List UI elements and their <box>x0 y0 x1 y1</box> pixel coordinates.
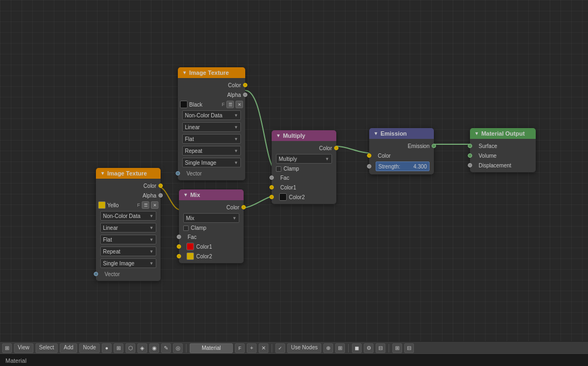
toolbar-globe-icon[interactable]: ◎ <box>173 343 183 353</box>
toolbar-extra-icon[interactable]: ⊞ <box>392 343 402 353</box>
node-title-img-texture-bot: Image Texture <box>107 170 147 177</box>
toolbar-mode-icon[interactable]: ⊞ <box>2 343 12 353</box>
socket-color-out-top[interactable] <box>243 83 247 87</box>
toolbar-shield-icon[interactable]: ◈ <box>137 343 147 353</box>
input-surface: Surface <box>470 141 536 151</box>
socket-color1-in-multiply[interactable] <box>269 185 274 189</box>
output-emission: Emission <box>369 141 434 151</box>
image-selector-top[interactable]: Black F ☰ ✕ <box>178 100 245 109</box>
dropdown-colorspace-bot[interactable]: Non-Color Data ▼ <box>96 210 161 222</box>
dropdown-source-top[interactable]: Single Image ▼ <box>178 157 245 168</box>
image-remove-btn-bot[interactable]: ✕ <box>151 201 158 209</box>
node-header-emission[interactable]: ▼ Emission <box>369 128 434 139</box>
toolbar-settings-icon[interactable]: ⚙ <box>364 343 373 353</box>
image-remove-btn-top[interactable]: ✕ <box>236 101 243 108</box>
strength-field-emission[interactable]: Strength: 4.300 <box>376 161 430 171</box>
socket-strength-in-emission[interactable] <box>367 164 371 168</box>
toolbar-view-btn[interactable]: View <box>14 343 33 353</box>
toolbar-paint-icon[interactable]: ✎ <box>161 343 171 353</box>
toolbar-sphere-icon[interactable]: ● <box>102 343 112 353</box>
toolbar-material-label[interactable]: Material <box>190 343 233 353</box>
toolbar-copy-icon[interactable]: ⊞ <box>335 343 345 353</box>
clamp-checkbox-mix[interactable] <box>183 226 189 231</box>
image-selector-bot[interactable]: Yello F ☰ ✕ <box>96 200 161 210</box>
color2-swatch-multiply[interactable] <box>279 193 287 201</box>
toolbar-grid-icon[interactable]: ⊞ <box>114 343 123 353</box>
socket-fac-in-multiply[interactable] <box>269 175 274 180</box>
socket-color2-in-mix[interactable] <box>177 254 181 258</box>
node-body-img-texture-bot: Color Alpha Yello F ☰ ✕ Non-Color Data ▼ <box>96 179 161 281</box>
material-output-node[interactable]: ▼ Material Output Surface Volume Displac… <box>470 128 536 172</box>
toolbar-close-icon[interactable]: ✕ <box>259 343 268 353</box>
image-name-top: Black <box>189 102 220 108</box>
socket-color-out-bot[interactable] <box>158 184 163 188</box>
toolbar-sep-2 <box>272 344 272 353</box>
socket-color2-in-multiply[interactable] <box>269 195 274 199</box>
socket-emission-out[interactable] <box>432 144 436 148</box>
dropdown-extension-bot[interactable]: Repeat ▼ <box>96 245 161 257</box>
toolbar-render-icon[interactable]: ◼ <box>352 343 362 353</box>
socket-color-out-mix[interactable] <box>241 205 246 209</box>
dropdown-extension-top[interactable]: Repeat ▼ <box>178 145 245 157</box>
dropdown-projection-bot[interactable]: Flat ▼ <box>96 234 161 245</box>
mix-node[interactable]: ▼ Mix Color Mix ▼ Clamp <box>179 189 244 263</box>
multiply-node[interactable]: ▼ Multiply Color Multiply ▼ Clamp <box>272 130 336 204</box>
node-editor-canvas[interactable]: ▼ Image Texture Color Alpha Black F ☰ ✕ <box>0 0 588 344</box>
dropdown-blend-multiply[interactable]: Multiply ▼ <box>272 153 336 165</box>
socket-color1-in-mix[interactable] <box>177 244 181 249</box>
collapse-arrow-emission[interactable]: ▼ <box>373 131 378 136</box>
toolbar-extra2-icon[interactable]: ⊟ <box>404 343 414 353</box>
toolbar-add-btn[interactable]: Add <box>60 343 77 353</box>
dropdown-interpolation-bot[interactable]: Linear ▼ <box>96 222 161 234</box>
color2-swatch-mix[interactable] <box>186 252 194 260</box>
dropdown-colorspace-top[interactable]: Non-Color Data ▼ <box>178 109 245 121</box>
toolbar-node-btn[interactable]: Node <box>79 343 100 353</box>
color-swatch-top <box>180 101 188 108</box>
socket-volume-in[interactable] <box>468 153 472 158</box>
image-browse-btn-top[interactable]: ☰ <box>226 101 234 108</box>
color1-swatch-mix[interactable] <box>186 243 194 250</box>
socket-fac-in-mix[interactable] <box>177 235 181 239</box>
toolbar-sep-4 <box>389 344 389 353</box>
toolbar[interactable]: ⊞ View Select Add Node ● ⊞ ⬡ ◈ ◉ ✎ ◎ Mat… <box>0 341 588 354</box>
clamp-checkbox-multiply[interactable] <box>276 166 281 172</box>
collapse-arrow-multiply[interactable]: ▼ <box>276 133 281 138</box>
toolbar-pin-icon[interactable]: ⊕ <box>323 343 333 353</box>
toolbar-nodes-icon[interactable]: ⬡ <box>126 343 135 353</box>
toolbar-select-btn[interactable]: Select <box>36 343 58 353</box>
socket-color-out-multiply[interactable] <box>334 146 338 150</box>
toolbar-add2-icon[interactable]: + <box>247 343 257 353</box>
toolbar-sep-3 <box>348 344 349 353</box>
toolbar-f-icon[interactable]: F <box>235 343 245 353</box>
node-body-img-texture-top: Color Alpha Black F ☰ ✕ Non-Color Data ▼ <box>178 78 245 180</box>
node-header-mix[interactable]: ▼ Mix <box>179 189 244 200</box>
dropdown-interpolation-top[interactable]: Linear ▼ <box>178 121 245 133</box>
image-browse-btn-bot[interactable]: ☰ <box>142 201 149 209</box>
collapse-arrow-icon-bot[interactable]: ▼ <box>100 171 105 176</box>
node-header-img-texture-top[interactable]: ▼ Image Texture <box>178 67 245 78</box>
toolbar-output-icon[interactable]: ⊟ <box>376 343 385 353</box>
socket-vector-in-bot[interactable] <box>94 272 98 276</box>
dropdown-blend-mix[interactable]: Mix ▼ <box>179 212 244 224</box>
socket-surface-in[interactable] <box>468 144 472 148</box>
input-color2-mix: Color2 <box>179 251 244 261</box>
toolbar-cursor-icon[interactable]: ◉ <box>149 343 159 353</box>
socket-alpha-out-top[interactable] <box>243 93 247 97</box>
node-header-img-texture-bot[interactable]: ▼ Image Texture <box>96 168 161 179</box>
node-header-material-output[interactable]: ▼ Material Output <box>470 128 536 139</box>
collapse-arrow-material-output[interactable]: ▼ <box>474 131 479 136</box>
dropdown-source-bot[interactable]: Single Image ▼ <box>96 257 161 269</box>
toolbar-check-icon[interactable]: ✓ <box>275 343 285 353</box>
socket-alpha-out-bot[interactable] <box>158 193 163 198</box>
emission-node[interactable]: ▼ Emission Emission Color Strength: 4.30… <box>369 128 434 174</box>
socket-displacement-in[interactable] <box>468 163 472 167</box>
collapse-arrow-mix[interactable]: ▼ <box>183 192 188 198</box>
dropdown-projection-top[interactable]: Flat ▼ <box>178 133 245 145</box>
collapse-arrow-icon[interactable]: ▼ <box>182 70 187 75</box>
image-texture-node-top[interactable]: ▼ Image Texture Color Alpha Black F ☰ ✕ <box>178 67 245 180</box>
toolbar-use-nodes-btn[interactable]: Use Nodes <box>287 343 321 353</box>
socket-vector-in-top[interactable] <box>176 171 180 175</box>
socket-color-in-emission[interactable] <box>367 153 371 158</box>
image-texture-node-bot[interactable]: ▼ Image Texture Color Alpha Yello F ☰ ✕ <box>96 168 161 281</box>
node-header-multiply[interactable]: ▼ Multiply <box>272 130 336 141</box>
